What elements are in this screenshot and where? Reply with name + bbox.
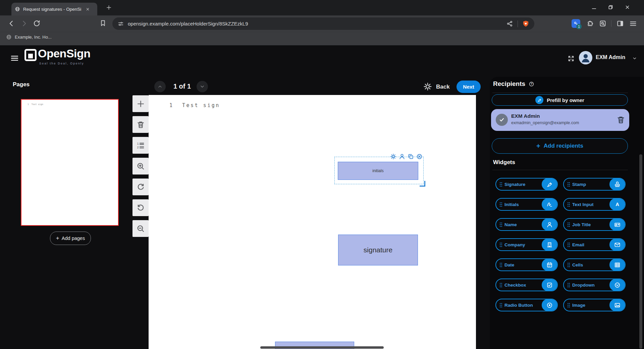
building-icon [542,239,557,251]
widget-pill-checkbox[interactable]: Checkbox [495,279,558,291]
check-icon [499,117,505,123]
numbered-list-icon: 12 [137,141,145,150]
drag-handle-icon [567,222,570,227]
add-recipients-button[interactable]: + Add recipients [492,138,628,154]
vertical-scrollbar[interactable] [639,154,642,349]
widget-label: Company [504,242,525,247]
widget-pill-company[interactable]: Company [495,238,558,251]
widgets-title: Widgets [493,159,515,166]
canvas-toolbar: 12 [132,95,149,241]
recipient-card[interactable]: EXM Admin exmadmin_opensign@example.com [491,109,629,131]
drag-handle-icon [567,303,570,308]
user-chevron-down-icon[interactable] [632,56,637,61]
password-badge: 1 [576,24,582,29]
redo-button[interactable] [132,179,149,195]
widget-assignee-icon[interactable] [399,153,405,160]
widget-settings-icon[interactable] [390,153,396,160]
letter-a-icon: A [609,198,625,210]
divider [492,170,628,170]
bookmarks-bar [0,32,644,45]
reload-icon[interactable] [33,19,41,27]
window-close-button[interactable] [625,4,630,10]
widget-label: Image [572,303,585,308]
plus-icon [137,100,145,108]
zoom-in-button[interactable] [132,158,149,174]
doc-title-text: Test sign [182,102,220,108]
settings-gear-icon[interactable] [423,82,432,91]
widget-pill-initials[interactable]: Initials [495,198,558,211]
back-icon[interactable] [7,19,15,28]
help-icon[interactable]: ? [529,81,534,87]
brave-shield-icon[interactable] [522,20,529,27]
initials-selection-box[interactable]: initials [334,157,424,184]
undo-button[interactable] [132,199,149,216]
sidebar-toggle-icon[interactable] [616,20,624,27]
bookmark-item[interactable]: Example, Inc. Ho... [6,34,52,40]
drag-handle-icon [567,283,570,288]
chevron-up-icon [157,84,163,90]
drag-handle-icon [499,222,502,227]
page-down-button[interactable] [197,81,208,92]
widget-pill-date[interactable]: Date [495,258,558,271]
reader-mode-icon[interactable] [599,20,606,27]
widget-pill-stamp[interactable]: Stamp [563,178,626,191]
avatar[interactable] [579,51,592,64]
minimize-button[interactable] [591,4,597,10]
prefill-owner-button[interactable]: Prefill by owner [492,94,628,106]
delete-button[interactable] [132,116,149,133]
plus-glyph: + [536,142,540,150]
widget-pill-signature[interactable]: Signature [495,178,558,191]
zoom-out-icon [137,225,145,233]
app-menu-icon[interactable] [10,54,19,63]
document-page[interactable]: 1 Test sign initials signature [149,95,476,349]
widget-label: Email [572,242,584,247]
divider [492,93,628,93]
widget-pill-name[interactable]: Name [495,218,558,231]
site-settings-icon[interactable] [118,21,124,27]
delete-recipient-icon[interactable] [616,115,625,124]
new-tab-button[interactable] [106,5,112,10]
zoom-out-button[interactable] [132,220,149,237]
add-pages-label: Add pages [62,236,85,241]
page-up-button[interactable] [154,81,166,92]
widget-pill-text-input[interactable]: Text InputA [563,198,626,211]
forward-icon[interactable] [20,19,28,28]
widget-pill-radio-button[interactable]: Radio Button [495,299,558,311]
user-menu[interactable]: EXM Admin [596,54,625,60]
browser-tab-strip: Request signatures - OpenSi [0,0,644,15]
widget-label: Signature [504,182,525,187]
signature-widget[interactable]: signature [338,235,418,265]
widget-pill-email[interactable]: Email [563,238,626,251]
page-list-button[interactable]: 12 [132,137,149,154]
widget-pill-cells[interactable]: Cells [563,258,626,271]
widget-pill-dropdown[interactable]: Dropdown [563,279,626,291]
widget-duplicate-icon[interactable] [408,153,414,160]
resize-handle[interactable] [420,181,425,187]
fullscreen-icon[interactable] [568,55,575,62]
restore-button[interactable] [608,4,613,10]
drag-handle-icon [499,283,502,288]
horizontal-scrollbar[interactable] [260,346,384,349]
widget-remove-icon[interactable] [416,153,423,160]
back-button[interactable]: Back [436,84,450,90]
bookmark-icon[interactable] [99,19,107,27]
add-button[interactable] [132,95,149,112]
tab-close-icon[interactable] [86,7,90,11]
globe-icon [15,6,20,12]
widget-pill-image[interactable]: Image [563,299,626,311]
widget-label: Job Title [572,222,591,227]
widget-pill-job-title[interactable]: Job Title [563,218,626,231]
add-pages-button[interactable]: + Add pages [50,232,91,245]
extensions-icon[interactable] [587,20,594,27]
screen: Request signatures - OpenSi opensign.exa… [0,0,644,349]
initials-widget[interactable]: initials [338,162,418,180]
url-bar[interactable]: opensign.example.com/placeHolderSign/8Sk… [112,17,534,30]
page-thumbnail[interactable]: 1 Test sign [21,99,119,226]
share-icon[interactable] [506,20,513,27]
browser-tab[interactable]: Request signatures - OpenSi [11,3,97,15]
password-manager-icon[interactable]: 1 [572,19,580,28]
initials-pen-icon [542,198,557,210]
undo-icon [137,204,145,212]
next-button[interactable]: Next [457,81,481,93]
browser-menu-icon[interactable] [629,20,637,28]
